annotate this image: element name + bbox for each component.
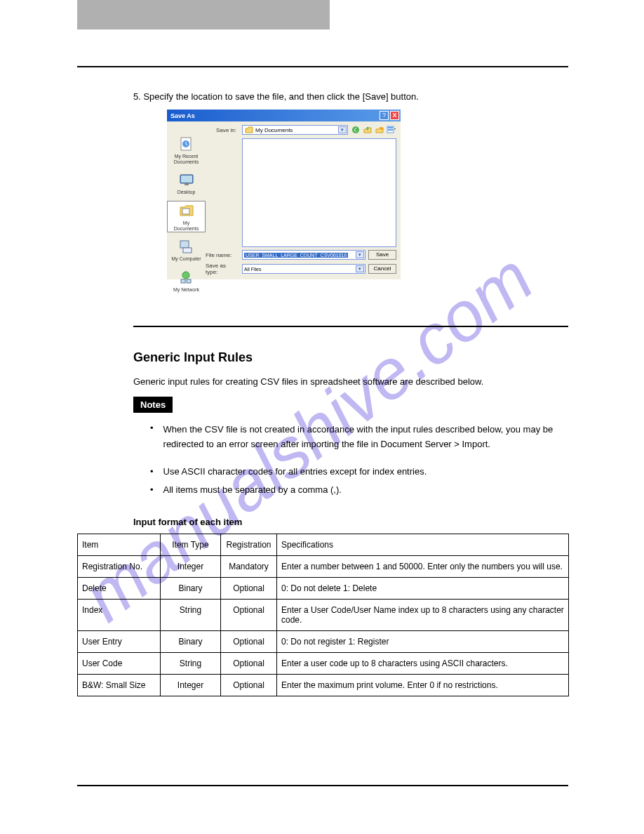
savein-label: Save in:: [206, 127, 239, 133]
save-button[interactable]: Save: [368, 250, 396, 260]
table-row: User Code String Optional Enter a user c…: [78, 653, 569, 675]
filename-input[interactable]: USER_SMALL_LARGE_COUNT_CSV061016 ▾: [242, 250, 365, 260]
places-recent-label: My Recent Documents: [174, 154, 199, 164]
section-rule: [133, 326, 568, 327]
svg-rect-11: [187, 279, 191, 283]
svg-rect-8: [183, 248, 192, 253]
header-bar: [77, 0, 330, 29]
svg-rect-6: [182, 208, 189, 214]
recent-documents-icon: [178, 135, 195, 152]
bottom-rule: [77, 785, 568, 786]
note-2: Use ASCII character codes for all entrie…: [163, 466, 427, 477]
filename-value: USER_SMALL_LARGE_COUNT_CSV061016: [244, 253, 348, 258]
places-desktop[interactable]: Desktop: [176, 170, 197, 197]
bullet-icon: •: [150, 484, 154, 495]
savein-value: My Documents: [255, 127, 293, 133]
up-button[interactable]: [363, 125, 373, 135]
top-rule: [77, 66, 568, 67]
svg-rect-4: [181, 176, 192, 183]
section-heading: Generic Input Rules: [133, 350, 253, 364]
svg-rect-16: [388, 129, 393, 131]
notes-badge: Notes: [133, 397, 173, 413]
help-button[interactable]: ?: [380, 111, 389, 120]
desktop-icon: [178, 171, 195, 188]
bullet-icon: •: [150, 423, 154, 452]
th-desc: Specifications: [277, 534, 569, 556]
section-intro: Generic input rules for creating CSV fil…: [133, 376, 483, 387]
svg-rect-15: [388, 127, 393, 128]
nav-icons: [351, 125, 396, 135]
filename-dropdown-arrow-icon: ▾: [356, 251, 364, 258]
table-row: B&W: Small Size Integer Optional Enter t…: [78, 675, 569, 696]
svg-point-9: [182, 272, 189, 279]
folder-icon: [245, 126, 253, 133]
back-button[interactable]: [351, 125, 361, 135]
close-button[interactable]: X: [390, 111, 399, 120]
my-documents-icon: [178, 202, 195, 219]
svg-point-13: [380, 127, 383, 130]
svg-rect-7: [180, 241, 189, 248]
places-mydocs-label: My Documents: [170, 220, 202, 231]
savein-dropdown[interactable]: My Documents ▾: [242, 125, 348, 135]
th-reg: Registration: [221, 534, 277, 556]
places-desktop-label: Desktop: [177, 190, 196, 195]
svg-rect-10: [181, 279, 185, 283]
note-1: When the CSV file is not created in acco…: [163, 423, 568, 452]
table-header-row: Item Item Type Registration Specificatio…: [78, 534, 569, 556]
places-mynetwork-label: My Network: [173, 287, 199, 293]
places-mycomputer[interactable]: My Computer: [170, 237, 202, 263]
places-mycomputer-label: My Computer: [171, 256, 201, 262]
table-row: Index String Optional Enter a User Code/…: [78, 600, 569, 631]
format-table: Item Item Type Registration Specificatio…: [77, 534, 569, 696]
svg-rect-5: [185, 183, 189, 185]
my-network-icon: [177, 269, 194, 286]
th-type: Item Type: [161, 534, 221, 556]
table-row: User Entry Binary Optional 0: Do not reg…: [78, 631, 569, 653]
dialog-title: Save As: [168, 112, 380, 119]
places-mydocuments[interactable]: My Documents: [167, 201, 206, 232]
filename-label: File name:: [206, 252, 239, 258]
th-item: Item: [78, 534, 161, 556]
save-as-dialog: Save As ? X My Recent Documents Desktop: [167, 110, 401, 279]
cancel-button[interactable]: Cancel: [368, 264, 396, 274]
my-computer-icon: [177, 238, 194, 255]
bullet-icon: •: [150, 466, 154, 477]
saveastype-value: All Files: [244, 267, 262, 272]
new-folder-button[interactable]: [375, 125, 384, 135]
type-dropdown-arrow-icon: ▾: [356, 265, 364, 272]
note-3: All items must be separated by a comma (…: [163, 484, 342, 495]
saveastype-label: Save as type:: [206, 263, 239, 275]
svg-point-12: [352, 126, 359, 133]
places-bar: My Recent Documents Desktop My Documents: [167, 121, 206, 279]
table-row: Delete Binary Optional 0: Do not delete …: [78, 578, 569, 600]
step-5-text: 5. Specify the location to save the file…: [133, 91, 419, 102]
file-list-area[interactable]: [242, 138, 396, 247]
saveastype-dropdown[interactable]: All Files ▾: [242, 264, 365, 274]
places-recent[interactable]: My Recent Documents: [173, 134, 200, 166]
places-mynetwork[interactable]: My Network: [172, 267, 201, 294]
dropdown-arrow-icon: ▾: [338, 126, 347, 133]
table-row: Registration No. Integer Mandatory Enter…: [78, 556, 569, 578]
dialog-titlebar: Save As ? X: [167, 110, 401, 121]
view-menu-button[interactable]: [387, 125, 396, 135]
format-heading: Input format of each item: [133, 517, 242, 527]
